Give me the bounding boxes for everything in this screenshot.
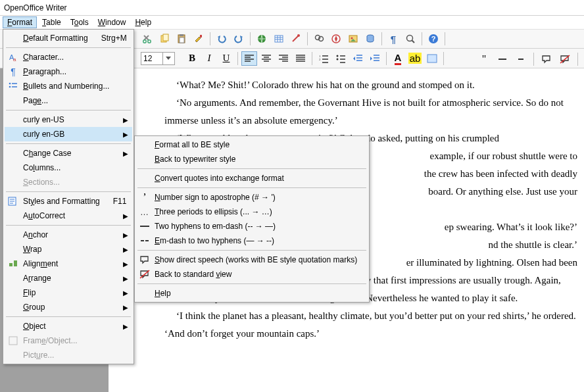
ellipsis-icon: … bbox=[139, 206, 151, 218]
nonprinting-icon[interactable]: ¶ bbox=[385, 31, 401, 47]
align-left-button[interactable] bbox=[241, 51, 257, 66]
doc-paragraph[interactable]: ‘No arguments. And remember, the Governa… bbox=[164, 94, 577, 130]
svg-text:?: ? bbox=[431, 35, 436, 43]
menu-curly-us[interactable]: curly en-US▶ bbox=[5, 112, 132, 127]
menu-flip[interactable]: Flip▶ bbox=[5, 285, 132, 300]
table-icon[interactable] bbox=[271, 31, 287, 47]
menu-autocorrect[interactable]: AutoCorrect▶ bbox=[5, 208, 132, 223]
menu-format[interactable]: Format bbox=[3, 16, 37, 28]
doc-paragraph[interactable]: ‘I think the planet has a pleasant, heal… bbox=[164, 307, 577, 343]
menu-default-formatting[interactable]: Default Formatting Strg+M bbox=[5, 31, 132, 45]
svg-point-27 bbox=[9, 83, 11, 85]
datasource-icon[interactable] bbox=[362, 31, 378, 47]
menu-group[interactable]: Group▶ bbox=[5, 300, 132, 314]
submenu-three-periods[interactable]: … Three periods to ellipsis (... → …) bbox=[136, 205, 368, 219]
format-paintbrush-icon[interactable] bbox=[191, 31, 207, 47]
svg-point-15 bbox=[351, 37, 353, 39]
toolbar-separator bbox=[250, 32, 251, 45]
bullet-list-button[interactable] bbox=[333, 51, 349, 66]
speech-show-icon[interactable] bbox=[539, 52, 554, 66]
svg-rect-5 bbox=[180, 34, 183, 36]
menu-window[interactable]: Window bbox=[94, 17, 130, 28]
submenu-back-typewriter[interactable]: Back to typewriter style bbox=[136, 152, 368, 166]
menu-frame: Frame/Object... bbox=[5, 333, 132, 348]
menu-columns[interactable]: Columns... bbox=[5, 160, 132, 175]
svg-point-17 bbox=[407, 36, 413, 41]
menu-character[interactable]: Aa Character... bbox=[5, 50, 132, 64]
apostrophe-icon: ’ bbox=[139, 191, 151, 203]
svg-point-1 bbox=[148, 40, 151, 43]
submenu-show-direct[interactable]: Show direct speech (works with BE style … bbox=[136, 253, 368, 267]
menu-separator bbox=[6, 225, 131, 226]
underline-button[interactable]: U bbox=[218, 51, 234, 66]
cut-icon[interactable] bbox=[139, 31, 155, 47]
curly-gb-submenu: Format all to BE style Back to typewrite… bbox=[134, 135, 370, 303]
emdash-icon bbox=[139, 220, 151, 232]
short-dash-icon[interactable] bbox=[513, 52, 529, 66]
speech-off-icon[interactable] bbox=[557, 52, 573, 66]
menu-alignment[interactable]: Alignment▶ bbox=[5, 257, 132, 271]
menu-curly-gb[interactable]: curly en-GB▶ bbox=[5, 127, 132, 141]
speech-bubble-off-icon bbox=[139, 268, 151, 280]
align-center-button[interactable] bbox=[258, 51, 274, 66]
submenu-two-hyphens[interactable]: Two hyphens to em-dash (-- → —) bbox=[136, 219, 368, 233]
numbered-list-button[interactable]: 12 bbox=[316, 51, 331, 66]
submenu-arrow-icon: ▶ bbox=[123, 232, 128, 239]
copy-icon[interactable] bbox=[157, 31, 172, 47]
font-size-combo[interactable] bbox=[141, 52, 175, 65]
draw-icon[interactable] bbox=[288, 31, 304, 47]
menu-paragraph[interactable]: ¶ Paragraph... bbox=[5, 64, 132, 79]
menu-change-case[interactable]: Change Case▶ bbox=[5, 146, 132, 160]
font-size-input[interactable] bbox=[141, 54, 162, 63]
toolbar-separator bbox=[577, 53, 578, 66]
zoom-icon[interactable] bbox=[402, 31, 418, 47]
align-justify-button[interactable] bbox=[293, 51, 308, 66]
menu-help[interactable]: Help bbox=[131, 17, 155, 28]
decrease-indent-button[interactable] bbox=[350, 51, 366, 66]
format-menu-panel: Default Formatting Strg+M Aa Character..… bbox=[3, 29, 134, 364]
menu-tools[interactable]: Tools bbox=[66, 17, 93, 28]
highlight-button[interactable]: ab bbox=[407, 51, 423, 66]
bold-button[interactable]: B bbox=[184, 51, 200, 66]
bg-color-button[interactable] bbox=[424, 51, 440, 66]
italic-button[interactable]: I bbox=[201, 51, 217, 66]
submenu-arrow-icon: ▶ bbox=[123, 323, 128, 330]
submenu-number-sign[interactable]: ’ Number sign to apostrophe (# → ') bbox=[136, 190, 368, 205]
svg-text:2: 2 bbox=[319, 58, 321, 61]
submenu-em-to-hyphens[interactable]: Em-dash to two hyphens (— → --) bbox=[136, 233, 368, 248]
toolbar-separator bbox=[445, 32, 445, 45]
menu-table[interactable]: Table bbox=[38, 17, 65, 28]
align-right-button[interactable] bbox=[276, 51, 291, 66]
submenu-help[interactable]: Help bbox=[136, 286, 368, 301]
paste-icon[interactable] bbox=[174, 31, 189, 47]
menu-bullets[interactable]: Bullets and Numbering... bbox=[5, 79, 132, 93]
help-icon[interactable]: ? bbox=[426, 31, 441, 47]
submenu-arrow-icon: ▶ bbox=[123, 260, 128, 268]
undo-icon[interactable] bbox=[214, 31, 230, 47]
svg-rect-30 bbox=[9, 263, 12, 266]
toolbar-separator bbox=[312, 52, 312, 65]
toolbar-separator bbox=[307, 32, 308, 45]
find-icon[interactable] bbox=[311, 31, 327, 47]
submenu-back-standard[interactable]: Back to standard view bbox=[136, 267, 368, 282]
doc-paragraph[interactable]: ‘What? Me? Shit!’ Colorado threw his hat… bbox=[164, 76, 577, 94]
menu-arrange[interactable]: Arrange▶ bbox=[5, 271, 132, 285]
font-color-button[interactable]: A bbox=[390, 51, 406, 66]
menu-object[interactable]: Object▶ bbox=[5, 319, 132, 333]
hyperlink-icon[interactable] bbox=[254, 31, 270, 47]
menu-styles[interactable]: Styles and Formatting F11 bbox=[5, 194, 132, 208]
submenu-arrow-icon: ▶ bbox=[123, 212, 128, 220]
increase-indent-button[interactable] bbox=[367, 51, 383, 66]
redo-icon[interactable] bbox=[231, 31, 247, 47]
submenu-format-be[interactable]: Format all to BE style bbox=[136, 137, 368, 152]
toolbar-separator bbox=[443, 52, 444, 65]
menu-page[interactable]: Page... bbox=[5, 93, 132, 108]
chevron-down-icon[interactable] bbox=[162, 53, 173, 64]
quote-straight-icon[interactable]: " bbox=[476, 52, 492, 66]
menu-anchor[interactable]: Anchor▶ bbox=[5, 228, 132, 242]
menu-wrap[interactable]: Wrap▶ bbox=[5, 242, 132, 257]
navigator-icon[interactable] bbox=[328, 31, 344, 47]
dash-icon[interactable] bbox=[495, 52, 510, 66]
submenu-convert-quotes[interactable]: Convert quotes into exchange format bbox=[136, 171, 368, 185]
gallery-icon[interactable] bbox=[345, 31, 361, 47]
